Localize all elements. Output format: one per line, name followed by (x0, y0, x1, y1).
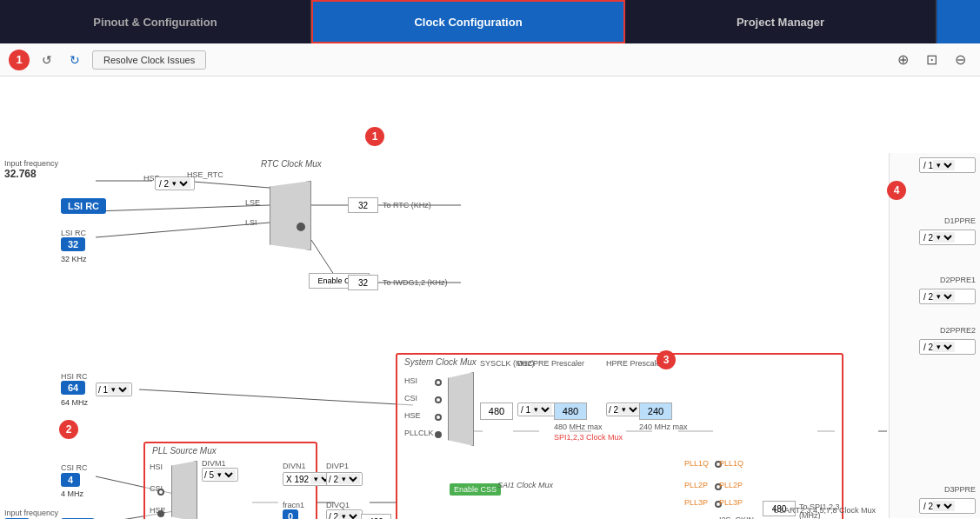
sysclk-value: 480 (480, 403, 513, 420)
hpre-label: HPRE Prescaler (606, 359, 663, 368)
zoom-out-icon[interactable]: ⊖ (950, 50, 971, 70)
d1cpre-label: D1CPRE Prescaler (517, 359, 584, 368)
d2ppre2-select[interactable]: / 2 ▾ 120 MHz (919, 339, 976, 355)
fracn1-box: 0 (283, 509, 298, 519)
hpre-select-ctrl[interactable]: ▾ (618, 404, 640, 415)
divq1-select-ctrl[interactable]: ▾ (338, 511, 360, 519)
lsi-hz: 32 KHz (61, 255, 87, 263)
badge-1: 1 (9, 50, 30, 70)
divp1-select-ctrl[interactable]: ▾ (338, 474, 360, 484)
d2ppre1-select-ctrl[interactable]: ▾ (933, 291, 955, 302)
csi-mhz: 4 MHz (61, 489, 83, 498)
header: Pinout & Configuration Clock Configurati… (0, 0, 980, 43)
system-mux-box: System Clock Mux HSI CSI HSE PLLCLK SYSC… (396, 353, 843, 519)
tab-clock[interactable]: Clock Configuration (311, 0, 625, 43)
pll3p-right: PLL3P (719, 498, 743, 507)
pll3p-left: PLL3P (684, 498, 708, 507)
d1cpre-out: 480 (554, 403, 587, 420)
d3ppre-select-ctrl[interactable]: ▾ (933, 501, 955, 511)
sys-csi: CSI (404, 394, 417, 403)
pll-mux-block (171, 461, 197, 519)
d1ppre-label: D1PPRE (944, 216, 976, 225)
zoom-in-icon[interactable]: ⊕ (892, 50, 914, 70)
badge-2: 2 (59, 420, 78, 439)
resolve-clock-btn[interactable]: Resolve Clock Issues (92, 50, 206, 70)
top-div1[interactable]: / 1 ▾ (919, 157, 976, 173)
lsi-rc-label: LSI RC (61, 229, 86, 237)
d2ppre2-select-ctrl[interactable]: ▾ (933, 342, 955, 352)
rtc-mux-label: RTC Clock Mux (261, 159, 322, 169)
csi-mux-circle (435, 396, 442, 403)
hsi-mux-circle (435, 379, 442, 386)
enable-css-btn[interactable]: Enable CSS (450, 483, 501, 496)
redo-icon[interactable]: ↺ (37, 51, 57, 69)
svg-line-1 (183, 181, 270, 188)
lsi-mux-label: LSI (245, 218, 257, 227)
hse-sys-circle (435, 414, 442, 421)
badge-3: 3 (657, 350, 676, 369)
pll2p-left: PLL2P (684, 481, 708, 489)
pll-hse-circle (157, 510, 164, 517)
hpre-select[interactable]: / 2 ▾ (606, 403, 643, 416)
divq1-select[interactable]: / 2 ▾ (326, 509, 363, 519)
hsi-mhz: 64 MHz (61, 398, 88, 407)
input-freq-2: Input frequency (4, 509, 58, 517)
spi-mux-label: SPI1,2,3 Clock Mux (554, 433, 623, 442)
lsi-circle (297, 223, 305, 231)
val32-iwdg: 32 (348, 275, 378, 290)
div1-hsi[interactable]: / 1 ▾ (96, 383, 132, 396)
divp1-select[interactable]: / 2 ▾ (326, 472, 363, 486)
pll1q-left: PLL1Q (684, 459, 709, 468)
lse-mux-label: LSE (245, 198, 260, 207)
lsi-rc-box: 32 (61, 237, 85, 251)
to-iwdg-label: To IWDG1,2 (KHz) (383, 278, 448, 287)
to-rtc-label: To RTC (KHz) (383, 201, 431, 210)
pll2p-right: PLL2P (719, 481, 743, 489)
pll-source-label: PLL Source Mux (152, 446, 217, 456)
d1cpre-select-ctrl[interactable]: ▾ (530, 404, 552, 415)
badge-1: 1 (365, 127, 384, 146)
d1cpre-select[interactable]: / 1 ▾ (517, 403, 556, 416)
refresh-icon[interactable]: ↻ (64, 51, 85, 69)
fracn1-label: fracn1 (283, 501, 304, 509)
d1ppre-select-ctrl[interactable]: ▾ (933, 232, 955, 243)
d2ppre1-select[interactable]: / 2 ▾ 120 MHz (919, 289, 976, 304)
hsi-rc-label: HSI RC (61, 372, 88, 381)
d2ppre2-label: D2PPRE2 (940, 326, 976, 335)
d1ppre-select[interactable]: / 2 ▾ 120 MHz (919, 230, 976, 245)
div1-hsi-select[interactable]: ▾ (108, 384, 130, 395)
tab-pinout[interactable]: Pinout & Configuration (0, 0, 311, 43)
input-freq-1: Input frequency 32.768 (4, 159, 58, 180)
system-mux-label: System Clock Mux (404, 357, 477, 367)
lse-box: LSI RC (61, 198, 106, 214)
divm1-select-ctrl[interactable]: ▾ (214, 469, 236, 480)
usart-label: USART2,3,4,5,7,8 Clock Mux (774, 506, 876, 515)
d3ppre-select[interactable]: / 2 ▾ 120 MHz (919, 498, 976, 514)
divm1-label: DIVM1 (202, 459, 226, 468)
div2-rtc-select[interactable]: ▾ (169, 178, 190, 189)
rtc-mux-block (270, 181, 311, 250)
sys-hsi: HSI (404, 376, 417, 385)
pllclk-circle (435, 431, 442, 438)
pll1q-right: PLL1Q (719, 459, 743, 468)
sys-pllclk: PLLCLK (404, 429, 434, 437)
divq1-label: DIVQ1 (326, 501, 350, 509)
divn1-label: DIVN1 (283, 462, 306, 470)
divm1-select[interactable]: / 5 ▾ (202, 468, 238, 482)
d2ppre1-label: D2PPRE1 (940, 276, 976, 284)
val32-rtc: 32 (348, 197, 378, 213)
hpre-max: 240 MHz max (639, 423, 688, 431)
tab-project[interactable]: Project Manager (625, 0, 937, 43)
top-div1-select[interactable]: ▾ (933, 160, 955, 170)
hpre-out: 240 (639, 403, 672, 420)
fit-icon[interactable]: ⊡ (921, 50, 943, 70)
pll-csi-circle (157, 489, 164, 496)
hse-rtc-label2: HSE_RTC (187, 170, 223, 179)
sys-mux-block (448, 372, 474, 446)
right-panel: / 1 ▾ D1PPRE / 2 ▾ 120 MHz D2PPRE1 (889, 153, 980, 518)
divp1-label: DIVP1 (326, 462, 349, 470)
main-canvas: 1 2 3 4 Input frequency 32.768 LSI RC LS… (0, 77, 980, 519)
hsi-rc-box: 64 (61, 381, 85, 395)
badge-4: 4 (887, 181, 906, 200)
d1cpre-max: 480 MHz max (554, 423, 603, 431)
